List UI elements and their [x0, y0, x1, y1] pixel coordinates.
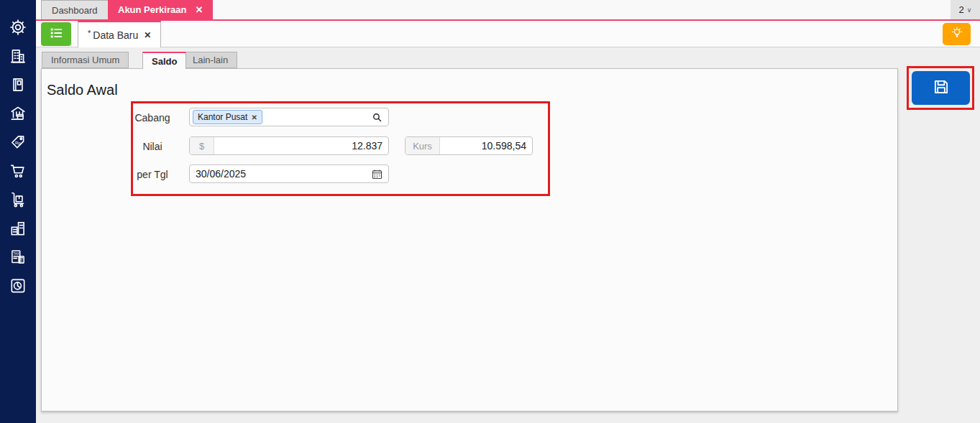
factory-building-icon[interactable]: [9, 219, 27, 238]
close-icon[interactable]: ✕: [195, 4, 203, 15]
tab-data-baru-label: Data Baru: [93, 29, 138, 41]
notification-count: 2: [959, 4, 964, 15]
tab-data-baru[interactable]: * Data Baru ✕: [78, 21, 161, 47]
company-building-icon[interactable]: [9, 47, 27, 65]
tab-dashboard-label: Dashboard: [52, 5, 98, 16]
chip-remove-icon[interactable]: ✕: [251, 113, 257, 121]
top-tab-bar: Dashboard Akun Perkiraan ✕ 2 ∨: [36, 0, 980, 21]
per-tgl-value: 30/06/2025: [190, 168, 246, 180]
bank-assets-icon[interactable]: [9, 104, 27, 123]
cabang-input[interactable]: Kantor Pusat ✕: [189, 108, 389, 126]
currency-prefix: $: [190, 137, 214, 154]
svg-text:Rp: Rp: [15, 141, 21, 145]
delivery-trolley-icon[interactable]: [9, 190, 27, 209]
nilai-value: 12.837: [214, 140, 388, 152]
chevron-down-icon: ∨: [967, 6, 972, 14]
tab-informasi-umum-label: Informasi Umum: [51, 55, 119, 65]
tab-akun-perkiraan[interactable]: Akun Perkiraan ✕: [108, 0, 213, 19]
tab-informasi-umum[interactable]: Informasi Umum: [42, 52, 129, 68]
settings-gear-icon[interactable]: [9, 18, 27, 37]
kurs-value: 10.598,54: [440, 140, 532, 152]
price-tag-rp-icon[interactable]: Rp: [9, 133, 27, 152]
report-chart-icon[interactable]: [9, 276, 27, 295]
tab-dashboard[interactable]: Dashboard: [41, 0, 109, 19]
document-tab-row: * Data Baru ✕: [36, 21, 980, 47]
lightbulb-icon: [950, 26, 964, 42]
tab-saldo[interactable]: Saldo: [142, 52, 186, 69]
per-tgl-label: per Tgl: [129, 169, 175, 180]
tab-saldo-label: Saldo: [152, 56, 177, 67]
notification-dropdown[interactable]: 2 ∨: [951, 0, 980, 19]
save-button[interactable]: [912, 71, 970, 105]
tax-document-icon[interactable]: TAX: [9, 248, 27, 266]
page-title: Saldo Awal: [47, 82, 118, 98]
calendar-icon[interactable]: [371, 168, 383, 180]
kurs-prefix-label: Kurs: [406, 137, 440, 154]
cabang-chip[interactable]: Kantor Pusat ✕: [193, 110, 262, 124]
close-icon[interactable]: ✕: [144, 30, 151, 40]
list-icon: [48, 25, 64, 43]
nilai-label: Nilai: [129, 141, 175, 152]
hint-lightbulb-button[interactable]: [943, 23, 971, 45]
unsaved-marker: *: [88, 29, 91, 37]
search-icon[interactable]: [371, 111, 383, 124]
svg-text:TAX: TAX: [13, 252, 19, 256]
nilai-input[interactable]: $ 12.837: [189, 136, 389, 155]
journal-book-icon[interactable]: [9, 75, 27, 94]
per-tgl-input[interactable]: 30/06/2025: [189, 164, 389, 183]
cabang-label: Cabang: [129, 112, 175, 124]
tab-akun-perkiraan-label: Akun Perkiraan: [118, 4, 186, 15]
save-floppy-icon: [932, 78, 951, 98]
cabang-chip-label: Kantor Pusat: [198, 112, 247, 122]
tab-lain-lain[interactable]: Lain-lain: [183, 52, 237, 68]
shopping-cart-icon[interactable]: [9, 162, 27, 180]
sidebar-nav: Rp TAX: [0, 0, 36, 423]
list-menu-button[interactable]: [41, 22, 71, 46]
kurs-input[interactable]: Kurs 10.598,54: [405, 136, 533, 155]
tab-lain-lain-label: Lain-lain: [193, 55, 228, 65]
